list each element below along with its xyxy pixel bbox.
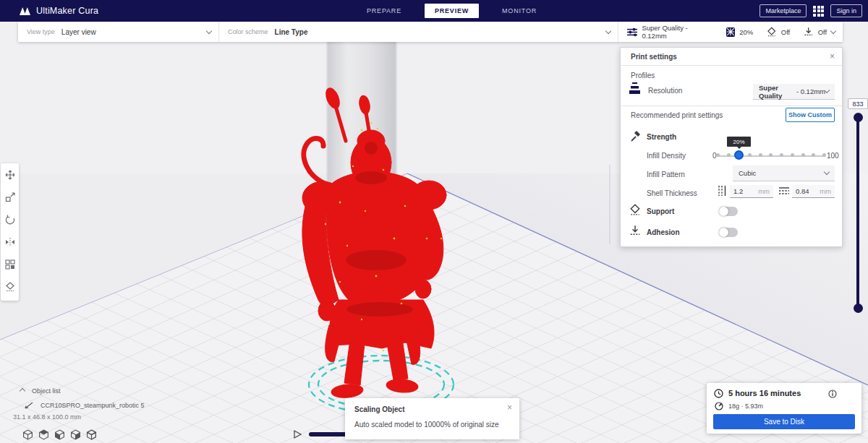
infill-pattern-label: Infill Pattern	[647, 171, 685, 179]
close-icon[interactable]: ×	[507, 403, 512, 413]
tab-prepare[interactable]: PREPARE	[359, 4, 409, 17]
layer-slider-top-handle[interactable]	[854, 113, 863, 122]
per-model-settings-button[interactable]	[1, 253, 19, 275]
layer-slider-bottom-handle[interactable]	[854, 304, 863, 313]
marketplace-button[interactable]: Marketplace	[760, 4, 807, 17]
chevron-down-icon	[206, 27, 212, 33]
view-left-icon[interactable]	[70, 429, 81, 440]
resolution-label: Resolution	[648, 87, 682, 95]
resolution-value-suffix: - 0.12mm	[794, 87, 825, 95]
stage-tabs: PREPARE PREVIEW MONITOR	[359, 0, 544, 22]
print-time-estimate: 5 hours 16 minutes	[728, 389, 801, 397]
info-icon[interactable]	[828, 390, 837, 398]
infill-pattern-dropdown[interactable]: Cubic	[733, 165, 835, 181]
layer-number-box[interactable]: 833	[848, 98, 868, 109]
wall-thickness-input[interactable]: 1.2 mm	[730, 185, 773, 198]
chevron-down-icon	[605, 27, 611, 33]
save-to-disk-button[interactable]: Save to Disk	[713, 414, 855, 429]
move-icon	[5, 170, 15, 180]
support-icon	[767, 27, 776, 37]
view-type-value: Layer view	[61, 28, 96, 36]
support-icon	[629, 204, 641, 215]
sliders-icon	[627, 27, 637, 37]
move-tool-button[interactable]	[1, 163, 19, 186]
print-settings-panel: Print settings × Profiles Resolution Sup…	[620, 47, 843, 247]
tab-preview[interactable]: PREVIEW	[425, 4, 479, 18]
mirror-tool-button[interactable]	[1, 231, 19, 253]
resolution-icon	[629, 82, 642, 95]
layer-slider-track[interactable]	[856, 114, 859, 311]
view-front-icon[interactable]	[38, 429, 49, 440]
profile-summary: Super Quality - 0.12mm	[642, 24, 711, 40]
applications-grid-icon[interactable]	[813, 6, 824, 17]
strength-hammer-icon	[629, 130, 641, 142]
top-bottom-value: 0.84	[796, 187, 809, 195]
adhesion-section-label: Adhesion	[647, 228, 680, 236]
infill-pattern-value: Cubic	[739, 169, 756, 177]
output-panel: 5 hours 16 minutes 18g · 5.93m Save to D…	[707, 383, 861, 434]
top-bottom-thickness-icon	[779, 186, 789, 195]
app-title: UltiMaker Cura	[36, 6, 98, 16]
play-icon	[294, 431, 301, 438]
adhesion-toggle[interactable]	[719, 228, 738, 237]
infill-value-tooltip: 20%	[727, 137, 751, 147]
material-estimate: 18g · 5.93m	[728, 403, 763, 410]
view-3d-icon[interactable]	[22, 429, 33, 440]
scale-tool-button[interactable]	[1, 186, 19, 208]
shell-thickness-label: Shell Thickness	[647, 189, 697, 197]
wall-thickness-icon	[718, 186, 727, 196]
sign-in-button[interactable]: Sign in	[830, 4, 862, 17]
wall-thickness-unit: mm	[758, 187, 770, 195]
app-logo: UltiMaker Cura	[19, 6, 98, 16]
resolution-value-bold: Super Quality	[759, 84, 794, 100]
infill-density-label: Infill Density	[647, 152, 686, 160]
slider-max-label: 100	[827, 152, 839, 160]
recommended-settings-label: Recommended print settings	[631, 111, 723, 119]
object-list-toggle[interactable]: Object list	[20, 387, 61, 395]
model-cursor-icon	[25, 402, 34, 409]
show-custom-button[interactable]: Show Custom	[786, 108, 835, 122]
object-list-item[interactable]: CCR10SPRO_steampunk_robotic 5	[25, 402, 145, 409]
notification-body: Auto scaled model to 10000% of original …	[354, 421, 499, 429]
scaling-notification: Scaling Object × Auto scaled model to 10…	[345, 398, 519, 439]
resolution-dropdown[interactable]: Super Quality - 0.12mm	[753, 84, 835, 100]
view-top-icon[interactable]	[54, 429, 65, 440]
support-blocker-icon	[5, 282, 15, 292]
top-bottom-unit: mm	[820, 187, 831, 195]
view-type-label: View type	[27, 28, 55, 35]
view-type-dropdown[interactable]: View type Layer view	[18, 22, 219, 42]
material-gauge-icon	[715, 402, 723, 410]
print-settings-summary-button[interactable]: Super Quality - 0.12mm 20% Off Off	[618, 22, 843, 42]
infill-icon	[726, 27, 735, 37]
support-section-label: Support	[647, 207, 674, 215]
rotate-tool-button[interactable]	[1, 208, 19, 231]
object-name: CCR10SPRO_steampunk_robotic 5	[41, 402, 145, 409]
cura-window: UltiMaker Cura PREPARE PREVIEW MONITOR M…	[0, 0, 868, 443]
rotate-icon	[5, 215, 15, 225]
object-list-title: Object list	[32, 387, 61, 395]
strength-section-label: Strength	[647, 133, 676, 141]
tab-monitor[interactable]: MONITOR	[495, 4, 544, 17]
support-blocker-button[interactable]	[1, 275, 19, 298]
chevron-down-icon	[824, 169, 830, 175]
infill-slider-handle[interactable]	[734, 150, 744, 160]
top-bottom-thickness-input[interactable]: 0.84 mm	[792, 185, 835, 198]
view-right-icon[interactable]	[86, 429, 97, 440]
per-model-settings-icon	[5, 259, 15, 270]
camera-view-buttons	[22, 429, 97, 440]
close-icon[interactable]: ×	[830, 51, 835, 61]
support-summary: Off	[781, 28, 791, 36]
tool-column	[1, 163, 19, 301]
chevron-down-icon[interactable]	[830, 27, 836, 33]
support-toggle[interactable]	[719, 207, 738, 216]
color-scheme-dropdown[interactable]: Color scheme Line Type	[219, 22, 618, 42]
view-toolbar: View type Layer view Color scheme Line T…	[18, 22, 843, 42]
caret-up-icon	[20, 388, 25, 394]
play-button[interactable]	[293, 429, 302, 439]
print-settings-header: Print settings ×	[621, 48, 842, 66]
infill-slider-ticks	[716, 153, 826, 157]
wall-thickness-value: 1.2	[733, 187, 743, 195]
adhesion-summary: Off	[818, 28, 827, 36]
color-scheme-label: Color scheme	[228, 28, 268, 35]
scale-icon	[5, 192, 15, 202]
